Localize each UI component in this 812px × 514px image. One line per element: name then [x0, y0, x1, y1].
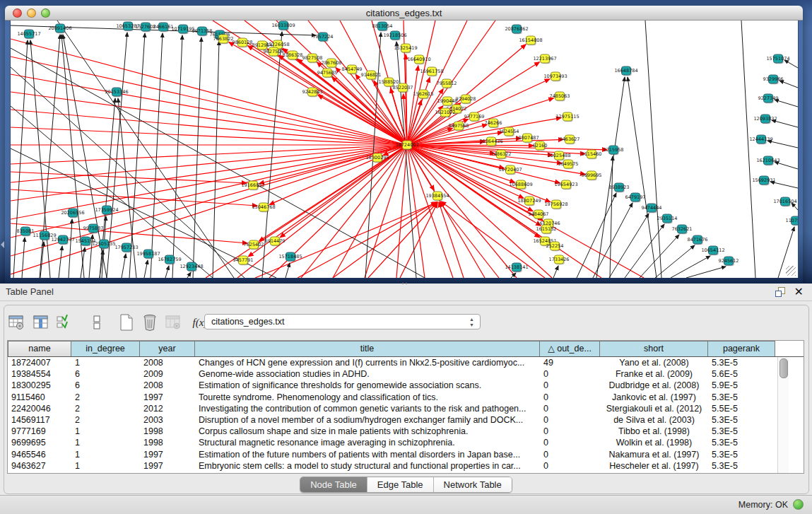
table-cell[interactable]: Nakamura et al. (1997): [600, 449, 708, 460]
table-cell[interactable]: 2: [71, 392, 140, 403]
window-titlebar[interactable]: citations_edges.txt: [5, 6, 803, 21]
table-cell[interactable]: 19384554: [8, 368, 71, 380]
table-cell[interactable]: 1998: [140, 426, 195, 437]
table-cell[interactable]: Dudbridge et al. (2008): [600, 380, 708, 391]
table-cell[interactable]: Estimation of the future numbers of pati…: [195, 449, 540, 460]
table-cell[interactable]: 5.6E-5: [708, 368, 775, 380]
table-cell[interactable]: Investigating the contribution of common…: [195, 403, 540, 414]
table-row[interactable]: 1456911722003Disruption of a novel membe…: [8, 414, 804, 426]
table-cell[interactable]: 6: [71, 380, 140, 391]
table-row[interactable]: 977716911998Corpus callosum shape and si…: [8, 426, 804, 437]
table-cell[interactable]: Tourette syndrome. Phenomenology and cla…: [195, 392, 540, 403]
sidebar-collapse-handle[interactable]: [1, 241, 4, 248]
table-cell[interactable]: 0: [540, 392, 600, 403]
table-row[interactable]: 946554611997Estimation of the future num…: [8, 449, 804, 460]
table-cell[interactable]: 0: [540, 426, 600, 437]
network-canvas[interactable]: 1872400720891406140557171065328715276028…: [10, 21, 799, 278]
table-cell[interactable]: 1: [71, 437, 140, 448]
table-row[interactable]: 911546021997Tourette syndrome. Phenomeno…: [8, 392, 804, 403]
table-cell[interactable]: 5.3E-5: [708, 449, 775, 460]
table-cell[interactable]: 5.3E-5: [708, 437, 775, 448]
table-row[interactable]: 1872400712008Changes of HCN gene express…: [8, 357, 804, 368]
table-cell[interactable]: 5.5E-5: [708, 403, 775, 414]
table-cell[interactable]: de Silva et al. (2003): [600, 414, 708, 426]
table-cell[interactable]: 5.3E-5: [708, 357, 775, 368]
table-cell[interactable]: 18300295: [8, 380, 71, 391]
table-cell[interactable]: 0: [540, 437, 600, 448]
table-cell[interactable]: 22420046: [8, 403, 71, 414]
table-row[interactable]: 969969511998Structural magnetic resonanc…: [8, 437, 804, 448]
table-cell[interactable]: Stergiakouli et al. (2012): [600, 403, 708, 414]
table-cell[interactable]: 1997: [140, 460, 195, 472]
column-header-out_de[interactable]: △ out_de...: [540, 341, 600, 356]
float-panel-icon[interactable]: [775, 287, 785, 297]
row-height-icon[interactable]: [88, 313, 106, 332]
table-cell[interactable]: 2: [71, 403, 140, 414]
table-cell[interactable]: 9777169: [8, 426, 71, 437]
table-cell[interactable]: 5.9E-5: [708, 380, 775, 391]
table-cell[interactable]: 1997: [140, 449, 195, 460]
table-cell[interactable]: 1: [71, 460, 140, 472]
table-cell[interactable]: 1: [71, 426, 140, 437]
table-cell[interactable]: 5.3E-5: [708, 426, 775, 437]
table-cell[interactable]: Embryonic stem cells: a model to study s…: [195, 460, 540, 472]
tab-node-table[interactable]: Node Table: [300, 477, 367, 492]
column-header-title[interactable]: title: [195, 341, 540, 356]
table-scrollbar[interactable]: [777, 357, 789, 473]
table-cell[interactable]: 0: [540, 449, 600, 460]
table-cell[interactable]: Genome-wide association studies in ADHD.: [195, 368, 540, 380]
table-cell[interactable]: 5.3E-5: [708, 414, 775, 426]
table-cell[interactable]: 0: [540, 368, 600, 380]
table-cell[interactable]: 14569117: [8, 414, 71, 426]
table-cell[interactable]: Yano et al. (2008): [600, 357, 708, 368]
table-cell[interactable]: 0: [540, 414, 600, 426]
table-cell[interactable]: 5.3E-5: [708, 392, 775, 403]
table-cell[interactable]: 5.3E-5: [708, 460, 775, 472]
delete-table-icon[interactable]: [164, 313, 182, 332]
network-table-selector[interactable]: citations_edges.txt ▲▼: [204, 314, 481, 329]
table-cell[interactable]: 2009: [140, 368, 195, 380]
table-cell[interactable]: 2003: [140, 414, 195, 426]
table-row[interactable]: 1830029562008Estimation of significance …: [8, 380, 804, 391]
table-cell[interactable]: Disruption of a novel member of a sodium…: [195, 414, 540, 426]
table-cell[interactable]: 2: [71, 414, 140, 426]
table-cell[interactable]: 9463627: [8, 460, 71, 472]
column-header-year[interactable]: year: [140, 341, 195, 356]
table-scrollbar-thumb[interactable]: [779, 358, 788, 378]
table-cell[interactable]: 1998: [140, 437, 195, 448]
table-cell[interactable]: 0: [540, 460, 600, 472]
tab-network-table[interactable]: Network Table: [434, 477, 512, 492]
table-settings-icon[interactable]: [7, 313, 25, 332]
table-cell[interactable]: 2008: [140, 380, 195, 391]
show-columns-icon[interactable]: [32, 313, 50, 332]
table-cell[interactable]: Wolkin et al. (1998): [600, 437, 708, 448]
table-cell[interactable]: Estimation of significance thresholds fo…: [195, 380, 540, 391]
table-cell[interactable]: 9465546: [8, 449, 71, 460]
table-cell[interactable]: 9699695: [8, 437, 71, 448]
new-table-icon[interactable]: [117, 313, 136, 332]
table-cell[interactable]: 2008: [140, 357, 195, 368]
table-cell[interactable]: 1997: [140, 392, 195, 403]
canvas-resize-grip[interactable]: [786, 266, 796, 276]
tab-edge-table[interactable]: Edge Table: [367, 477, 434, 492]
table-cell[interactable]: 9115460: [8, 392, 71, 403]
table-row[interactable]: 2242004622012Investigating the contribut…: [8, 403, 804, 414]
table-cell[interactable]: Franke et al. (2009): [600, 368, 708, 380]
delete-column-icon[interactable]: [141, 313, 159, 332]
table-cell[interactable]: Tibbo et al. (1998): [600, 426, 708, 437]
table-cell[interactable]: Hescheler et al. (1997): [600, 460, 708, 472]
column-header-in_degree[interactable]: in_degree: [71, 341, 140, 356]
table-cell[interactable]: 18724007: [8, 357, 71, 368]
table-cell[interactable]: 0: [540, 403, 600, 414]
table-cell[interactable]: 2012: [140, 403, 195, 414]
table-cell[interactable]: Corpus callosum shape and size in male p…: [195, 426, 540, 437]
table-cell[interactable]: 6: [71, 368, 140, 380]
table-row[interactable]: 1938455462009Genome-wide association stu…: [8, 368, 804, 380]
table-cell[interactable]: 0: [540, 380, 600, 391]
table-cell[interactable]: 1: [71, 449, 140, 460]
column-header-name[interactable]: name: [8, 341, 71, 356]
table-cell[interactable]: Structural magnetic resonance image aver…: [195, 437, 540, 448]
column-header-pagerank[interactable]: pagerank: [708, 341, 775, 356]
table-cell[interactable]: 1: [71, 357, 140, 368]
column-header-short[interactable]: short: [600, 341, 708, 356]
